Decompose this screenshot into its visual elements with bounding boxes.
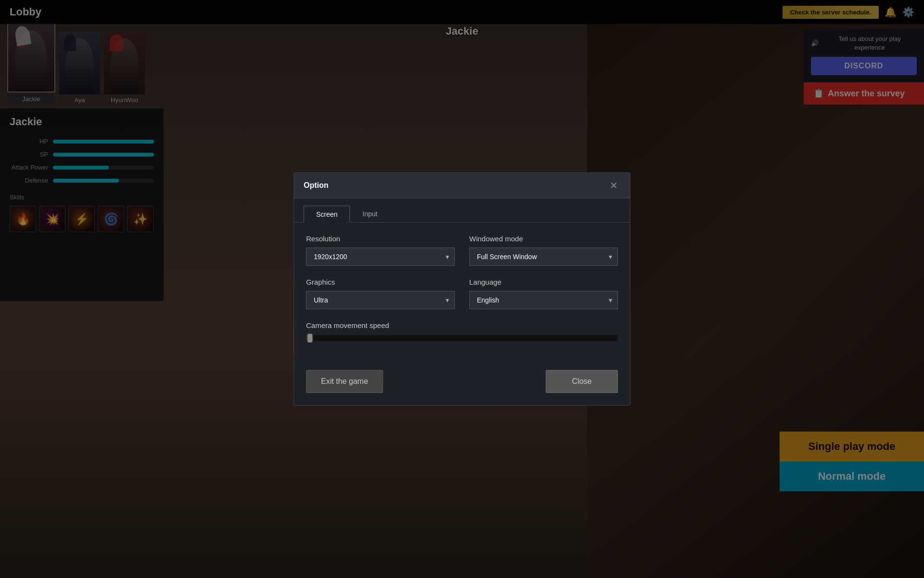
resolution-select[interactable]: 924x578 1920x1080 1280x720 1024x768 xyxy=(306,248,455,266)
graphics-language-row: Graphics Ultra High Medium Low Language … xyxy=(306,278,618,309)
resolution-field: Resolution 924x578 1920x1080 1280x720 … xyxy=(306,235,455,266)
graphics-select-wrapper: Ultra High Medium Low xyxy=(306,291,455,309)
language-select-wrapper: English Korean Japanese Chinese xyxy=(469,291,618,309)
close-dialog-button[interactable]: Close xyxy=(546,370,618,393)
option-tabs: Screen Input xyxy=(294,198,630,223)
language-select[interactable]: English Korean Japanese Chinese xyxy=(469,291,618,309)
windowed-mode-field: Windowed mode Full Screen Window Windowe… xyxy=(469,235,618,266)
option-dialog: Option ✕ Screen Input Resolution 1920x12… xyxy=(294,172,630,406)
windowed-mode-select[interactable]: Full Screen Window Windowed Borderless W… xyxy=(469,248,618,266)
exit-game-button[interactable]: Exit the game xyxy=(306,370,383,393)
language-field: Language English Korean Japanese Chinese xyxy=(469,278,618,309)
option-header: Option ✕ xyxy=(294,173,630,198)
option-title: Option xyxy=(304,181,329,190)
resolution-label: Resolution xyxy=(306,235,455,243)
windowed-select-wrapper: Full Screen Window Windowed Borderless W… xyxy=(469,248,618,266)
close-icon: ✕ xyxy=(610,180,618,191)
tab-screen[interactable]: Screen xyxy=(304,206,350,223)
resolution-select-wrapper: 924x578 1920x1080 1280x720 1024x768 xyxy=(306,248,455,266)
option-footer: Exit the game Close xyxy=(294,365,630,405)
graphics-select[interactable]: Ultra High Medium Low xyxy=(306,291,455,309)
graphics-label: Graphics xyxy=(306,278,455,286)
option-close-button[interactable]: ✕ xyxy=(607,179,620,192)
windowed-mode-label: Windowed mode xyxy=(469,235,618,243)
camera-speed-label: Camera movement speed xyxy=(306,321,618,329)
camera-slider-bg xyxy=(306,335,618,341)
tab-input[interactable]: Input xyxy=(350,206,390,222)
resolution-windowed-row: Resolution 924x578 1920x1080 1280x720 … xyxy=(306,235,618,266)
language-label: Language xyxy=(469,278,618,286)
option-body: Resolution 924x578 1920x1080 1280x720 … xyxy=(294,223,630,365)
camera-section: Camera movement speed xyxy=(306,321,618,341)
camera-slider-thumb[interactable] xyxy=(308,334,312,342)
graphics-field: Graphics Ultra High Medium Low xyxy=(306,278,455,309)
